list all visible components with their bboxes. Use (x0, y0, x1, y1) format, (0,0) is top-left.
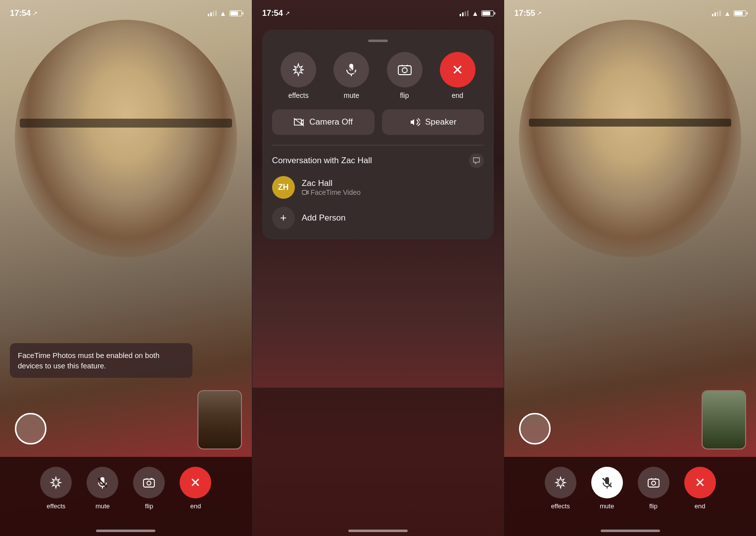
effects-label-left: effects (47, 502, 65, 510)
effects-circle-middle (281, 52, 316, 88)
flip-circle-middle (387, 52, 423, 88)
effects-icon-right (553, 475, 568, 490)
end-icon-left: ✕ (190, 475, 201, 491)
flip-button-right[interactable]: flip (638, 467, 669, 510)
self-view-left (197, 390, 242, 449)
effects-button-middle[interactable]: effects (281, 52, 316, 99)
mute-label-middle: mute (344, 91, 359, 99)
add-person-row[interactable]: + Add Person (272, 207, 484, 229)
mute-button-right[interactable]: mute (591, 467, 623, 510)
time-left: 17:54 (10, 8, 31, 18)
end-button-right[interactable]: ✕ end (684, 467, 716, 510)
mute-circle-right (591, 467, 623, 498)
add-icon: + (280, 212, 286, 224)
home-indicator-right (601, 530, 660, 532)
contact-avatar: ZH (272, 176, 295, 199)
effects-label-right: effects (551, 502, 570, 510)
effects-circle-left (40, 467, 72, 498)
svg-point-9 (402, 68, 407, 73)
overlay-secondary-buttons: Camera Off Speaker (272, 109, 484, 135)
contact-name: Zac Hall (302, 179, 361, 188)
overlay-controls-row: effects mute (272, 52, 484, 99)
end-button-left[interactable]: ✕ end (180, 467, 211, 510)
end-label-middle: end (452, 91, 463, 99)
mute-button-left[interactable]: mute (87, 467, 118, 510)
speaker-icon (409, 118, 420, 127)
controls-row-left: effects mute (40, 467, 211, 510)
message-icon[interactable] (469, 153, 484, 168)
signal-middle (460, 10, 469, 16)
right-panel: 17:55 ↗ ▲ (504, 0, 756, 536)
self-view-face-left (198, 391, 241, 448)
signal-right (712, 10, 721, 16)
speaker-button[interactable]: Speaker (382, 109, 484, 135)
flip-icon-middle (397, 62, 412, 77)
battery-middle (481, 10, 494, 16)
capture-button-right[interactable] (519, 413, 551, 445)
mute-circle-left (87, 467, 118, 498)
end-label-left: end (190, 502, 201, 510)
blur-overlay (252, 388, 504, 536)
svg-point-4 (147, 481, 151, 485)
end-icon-right: ✕ (695, 475, 706, 491)
signal-left (208, 10, 217, 16)
flip-circle-left (133, 467, 165, 498)
time-middle: 17:54 (262, 8, 283, 18)
left-bg (0, 0, 252, 536)
mute-icon-left (95, 476, 109, 490)
left-panel: 17:54 ↗ ▲ FaceTime Photos must be enable… (0, 0, 252, 536)
effects-icon-left (48, 475, 63, 490)
contact-subtitle: FaceTime Video (311, 188, 361, 196)
camera-off-icon (293, 118, 304, 127)
flip-button-left[interactable]: flip (133, 467, 165, 510)
location-icon-left: ↗ (33, 10, 38, 17)
contact-row: ZH Zac Hall FaceTime Video (272, 176, 484, 199)
flip-icon-right (647, 476, 661, 490)
status-icons-left: ▲ (208, 9, 242, 17)
effects-icon-middle (290, 62, 306, 78)
mute-button-middle[interactable]: mute (333, 52, 369, 99)
capture-button-left[interactable] (15, 413, 47, 445)
end-circle-middle: ✕ (440, 52, 475, 88)
add-circle: + (272, 207, 295, 229)
controls-bar-left: effects mute (0, 457, 252, 536)
flip-icon-left (142, 476, 156, 490)
conversation-section: Conversation with Zac Hall (272, 153, 484, 168)
effects-button-right[interactable]: effects (545, 467, 576, 510)
speaker-label: Speaker (425, 117, 456, 127)
wifi-icon-left: ▲ (220, 9, 227, 17)
contact-info: Zac Hall FaceTime Video (302, 179, 361, 196)
self-view-right (702, 390, 746, 449)
overlay-handle (368, 40, 388, 42)
contact-initials: ZH (278, 183, 288, 192)
flip-label-middle: flip (400, 91, 409, 99)
add-person-label: Add Person (302, 213, 346, 223)
effects-button-left[interactable]: effects (40, 467, 72, 510)
mute-label-right: mute (600, 502, 614, 510)
flip-button-middle[interactable]: flip (387, 52, 423, 99)
svg-rect-3 (143, 479, 154, 487)
overlay-divider (272, 145, 484, 145)
status-bar-left: 17:54 ↗ ▲ (0, 0, 252, 22)
speech-bubble-icon (472, 157, 480, 165)
end-circle-left: ✕ (180, 467, 211, 498)
tooltip-left: FaceTime Photos must be enabled on both … (10, 343, 192, 378)
controls-bar-right: effects mute (504, 457, 756, 536)
mute-icon-right (600, 476, 614, 490)
time-right: 17:55 (514, 8, 535, 18)
battery-left (230, 10, 242, 16)
end-label-right: end (695, 502, 706, 510)
svg-point-16 (652, 481, 656, 485)
self-view-face-right (703, 391, 745, 448)
mute-label-left: mute (95, 502, 110, 510)
camera-off-label: Camera Off (309, 117, 353, 127)
end-button-middle[interactable]: ✕ end (440, 52, 475, 99)
mute-circle-middle (333, 52, 369, 88)
home-indicator-left (96, 530, 155, 532)
conversation-title: Conversation with Zac Hall (272, 156, 372, 166)
wifi-icon-right: ▲ (724, 9, 731, 17)
camera-off-button[interactable]: Camera Off (272, 109, 375, 135)
flip-circle-right (638, 467, 669, 498)
right-bg (504, 0, 756, 536)
effects-circle-right (545, 467, 576, 498)
